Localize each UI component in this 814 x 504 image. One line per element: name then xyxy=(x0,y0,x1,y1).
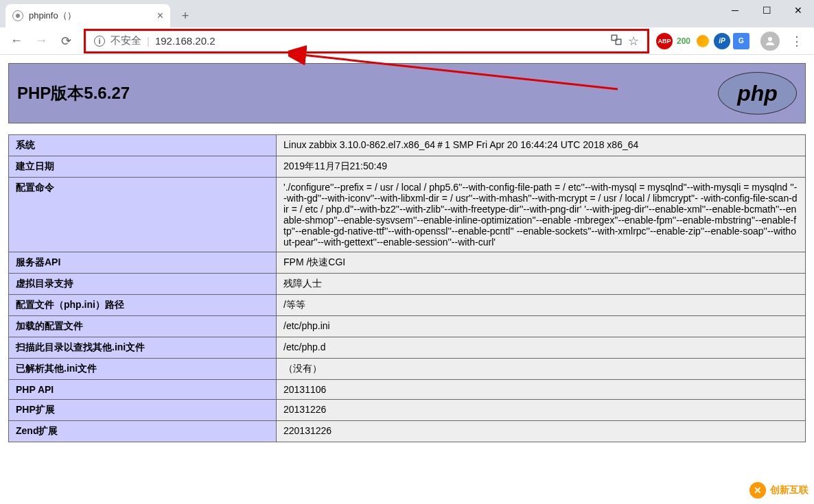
close-tab-icon[interactable]: × xyxy=(157,10,163,22)
watermark-text: 创新互联 xyxy=(770,484,809,496)
ip-extension-icon[interactable]: iP xyxy=(714,33,730,49)
row-key: Zend扩展 xyxy=(9,421,277,442)
row-key: 配置文件（php.ini）路径 xyxy=(9,295,277,316)
avast-icon[interactable] xyxy=(695,33,711,49)
table-row: 扫描此目录以查找其他.ini文件/etc/php.d xyxy=(9,337,806,359)
page-content: PHP版本5.6.27 php 系统Linux zabbix 3.10.0-86… xyxy=(0,55,814,451)
php-header: PHP版本5.6.27 php xyxy=(8,63,806,123)
row-key: 虚拟目录支持 xyxy=(9,274,277,295)
row-key: 扫描此目录以查找其他.ini文件 xyxy=(9,337,277,359)
status-extension-icon[interactable]: 200 xyxy=(675,33,692,49)
back-button[interactable]: ← xyxy=(5,30,27,52)
watermark: ✕ 创新互联 xyxy=(749,482,809,499)
globe-icon xyxy=(12,10,23,21)
table-row: 已解析其他.ini文件（没有） xyxy=(9,359,806,380)
row-value: Linux zabbix 3.10.0-862.el7.x86_64＃1 SMP… xyxy=(277,135,806,156)
row-value: './configure''--prefix = / usr / local /… xyxy=(277,178,806,252)
table-row: PHP API20131106 xyxy=(9,380,806,400)
row-key: PHP扩展 xyxy=(9,400,277,421)
reload-button[interactable]: ⟳ xyxy=(55,30,77,52)
row-key: 系统 xyxy=(9,135,277,156)
url-text: 192.168.20.2 xyxy=(155,35,216,47)
bookmark-star-icon[interactable]: ☆ xyxy=(628,34,639,49)
table-row: 服务器APIFPM /快速CGI xyxy=(9,252,806,274)
minimize-button[interactable]: ─ xyxy=(719,0,751,21)
tab-title: phpinfo（） xyxy=(29,10,76,22)
tab-bar: phpinfo（） × + xyxy=(0,0,814,27)
profile-avatar[interactable] xyxy=(760,32,780,51)
table-row: 配置文件（php.ini）路径/等等 xyxy=(9,295,806,316)
row-value: 20131106 xyxy=(277,380,806,400)
table-row: PHP扩展20131226 xyxy=(9,400,806,421)
translate-icon[interactable] xyxy=(610,34,623,48)
table-row: 系统Linux zabbix 3.10.0-862.el7.x86_64＃1 S… xyxy=(9,135,806,156)
security-status: 不安全 xyxy=(111,34,141,47)
row-value: 残障人士 xyxy=(277,274,806,295)
row-value: FPM /快速CGI xyxy=(277,252,806,274)
close-window-button[interactable]: ✕ xyxy=(782,0,814,21)
table-row: 建立日期2019年11月7日21:50:49 xyxy=(9,156,806,178)
row-key: 加载的配置文件 xyxy=(9,316,277,337)
row-key: PHP API xyxy=(9,380,277,400)
row-key: 服务器API xyxy=(9,252,277,274)
php-logo: php xyxy=(718,72,797,115)
table-row: 配置命令'./configure''--prefix = / usr / loc… xyxy=(9,178,806,252)
svg-point-2 xyxy=(768,37,772,41)
address-bar[interactable]: i 不安全 | 192.168.20.2 ☆ xyxy=(84,29,649,53)
row-value: /etc/php.d xyxy=(277,337,806,359)
table-row: 加载的配置文件/etc/php.ini xyxy=(9,316,806,337)
row-key: 配置命令 xyxy=(9,178,277,252)
php-version-title: PHP版本5.6.27 xyxy=(17,82,130,104)
browser-toolbar: ← → ⟳ i 不安全 | 192.168.20.2 ☆ ABP 200 iP … xyxy=(0,27,814,55)
row-key: 建立日期 xyxy=(9,156,277,178)
table-row: 虚拟目录支持残障人士 xyxy=(9,274,806,295)
new-tab-button[interactable]: + xyxy=(176,6,195,25)
table-row: Zend扩展220131226 xyxy=(9,421,806,442)
row-value: 2019年11月7日21:50:49 xyxy=(277,156,806,178)
row-key: 已解析其他.ini文件 xyxy=(9,359,277,380)
row-value: 220131226 xyxy=(277,421,806,442)
row-value: 20131226 xyxy=(277,400,806,421)
phpinfo-table: 系统Linux zabbix 3.10.0-862.el7.x86_64＃1 S… xyxy=(8,134,806,442)
browser-tab[interactable]: phpinfo（） × xyxy=(5,4,170,27)
watermark-icon: ✕ xyxy=(749,482,766,499)
google-translate-extension-icon[interactable]: G xyxy=(733,33,749,49)
menu-button[interactable]: ⋮ xyxy=(785,34,809,49)
row-value: /etc/php.ini xyxy=(277,316,806,337)
info-icon[interactable]: i xyxy=(94,36,105,47)
forward-button[interactable]: → xyxy=(30,30,52,52)
adblock-icon[interactable]: ABP xyxy=(656,33,673,49)
window-controls: ─ ☐ ✕ xyxy=(719,0,814,21)
row-value: /等等 xyxy=(277,295,806,316)
row-value: （没有） xyxy=(277,359,806,380)
maximize-button[interactable]: ☐ xyxy=(751,0,782,21)
